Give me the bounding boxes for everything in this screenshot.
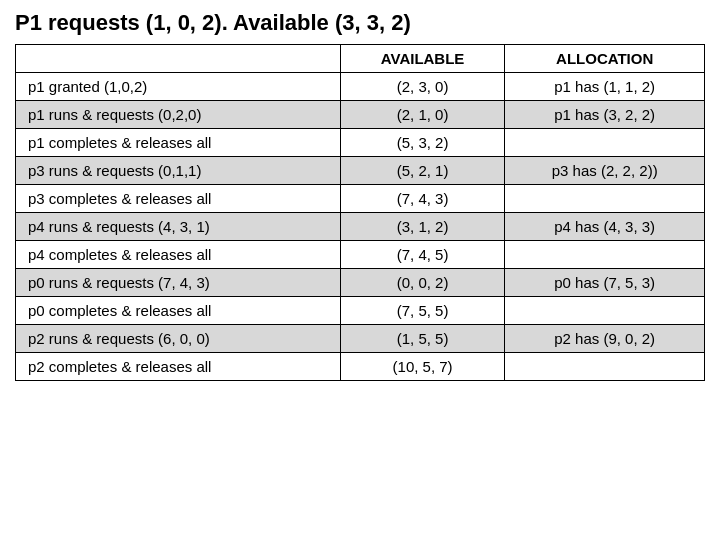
table-row-action: p3 completes & releases all	[16, 185, 341, 213]
table-row-allocation: p1 has (1, 1, 2)	[505, 73, 705, 101]
table-row-allocation	[505, 241, 705, 269]
table-row-action: p4 runs & requests (4, 3, 1)	[16, 213, 341, 241]
table-row-action: p0 completes & releases all	[16, 297, 341, 325]
table-row-available: (10, 5, 7)	[340, 353, 505, 381]
table-row-action: p2 completes & releases all	[16, 353, 341, 381]
table-row-available: (0, 0, 2)	[340, 269, 505, 297]
banker-table: AVAILABLE ALLOCATION p1 granted (1,0,2)(…	[15, 44, 705, 381]
table-row-available: (7, 4, 3)	[340, 185, 505, 213]
table-row-allocation: p2 has (9, 0, 2)	[505, 325, 705, 353]
table-row-available: (7, 5, 5)	[340, 297, 505, 325]
table-row-available: (2, 1, 0)	[340, 101, 505, 129]
table-row-allocation	[505, 353, 705, 381]
table-row-allocation: p1 has (3, 2, 2)	[505, 101, 705, 129]
table-row-available: (3, 1, 2)	[340, 213, 505, 241]
table-row-available: (7, 4, 5)	[340, 241, 505, 269]
table-row-available: (5, 2, 1)	[340, 157, 505, 185]
table-row-allocation	[505, 185, 705, 213]
table-row-action: p2 runs & requests (6, 0, 0)	[16, 325, 341, 353]
table-row-action: p3 runs & requests (0,1,1)	[16, 157, 341, 185]
table-row-action: p0 runs & requests (7, 4, 3)	[16, 269, 341, 297]
table-row-available: (2, 3, 0)	[340, 73, 505, 101]
table-row-action: p1 granted (1,0,2)	[16, 73, 341, 101]
col-header-available: AVAILABLE	[340, 45, 505, 73]
table-row-allocation: p3 has (2, 2, 2))	[505, 157, 705, 185]
table-row-allocation: p0 has (7, 5, 3)	[505, 269, 705, 297]
table-row-action: p4 completes & releases all	[16, 241, 341, 269]
table-row-available: (1, 5, 5)	[340, 325, 505, 353]
col-header-allocation: ALLOCATION	[505, 45, 705, 73]
page-title: P1 requests (1, 0, 2). Available (3, 3, …	[15, 10, 705, 36]
table-row-action: p1 completes & releases all	[16, 129, 341, 157]
table-row-available: (5, 3, 2)	[340, 129, 505, 157]
col-header-action	[16, 45, 341, 73]
table-row-allocation	[505, 297, 705, 325]
table-row-allocation	[505, 129, 705, 157]
table-row-allocation: p4 has (4, 3, 3)	[505, 213, 705, 241]
table-row-action: p1 runs & requests (0,2,0)	[16, 101, 341, 129]
